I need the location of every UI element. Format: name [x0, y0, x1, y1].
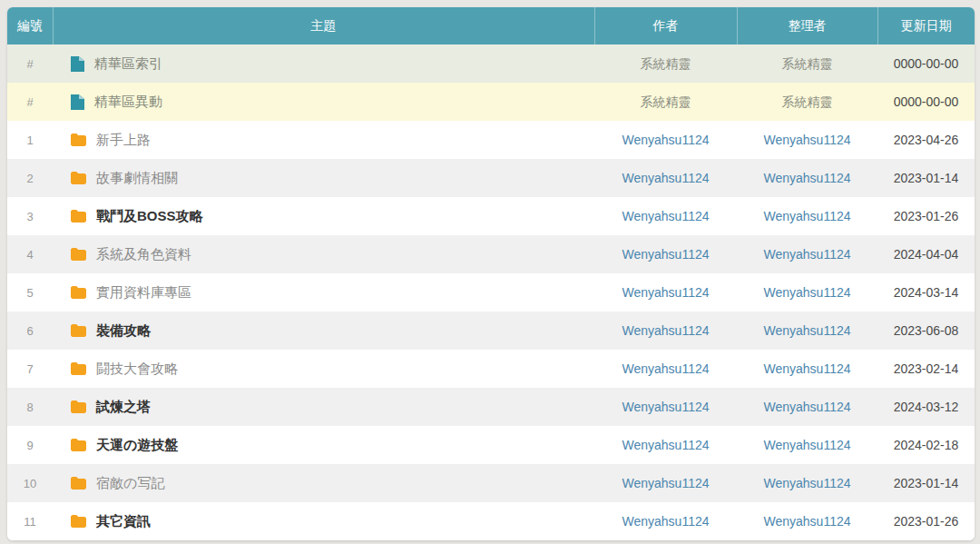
- editor-link[interactable]: Wenyahsu1124: [764, 400, 851, 414]
- row-number: #: [7, 45, 53, 83]
- row-number: 5: [7, 273, 53, 312]
- topic-link[interactable]: 宿敵の写記: [96, 475, 164, 492]
- column-header-author: 作者: [594, 7, 737, 45]
- table-row: 8 試煉之塔 Wenyahsu1124 Wenyahsu1124 2024-03…: [7, 388, 975, 426]
- folder-icon: [71, 477, 86, 490]
- table-row: 9 天運の遊技盤 Wenyahsu1124 Wenyahsu1124 2024-…: [7, 426, 975, 464]
- column-header-date: 更新日期: [877, 7, 975, 45]
- author-link[interactable]: Wenyahsu1124: [622, 171, 710, 185]
- author-link[interactable]: Wenyahsu1124: [622, 438, 710, 452]
- folder-icon: [71, 172, 86, 184]
- folder-icon: [71, 515, 86, 528]
- folder-icon: [71, 401, 86, 413]
- column-header-editor: 整理者: [737, 7, 877, 45]
- update-date: 2023-01-14: [877, 159, 975, 197]
- editor-link[interactable]: Wenyahsu1124: [764, 171, 851, 185]
- folder-icon: [71, 210, 86, 223]
- update-date: 0000-00-00: [877, 45, 975, 83]
- row-number: 3: [7, 197, 53, 235]
- topic-link[interactable]: 其它資訊: [96, 513, 151, 530]
- editor-name: 系統精靈: [782, 56, 833, 71]
- update-date: 2023-06-08: [877, 312, 975, 350]
- document-icon: [71, 56, 84, 72]
- topic-link[interactable]: 精華區索引: [94, 55, 162, 73]
- editor-link[interactable]: Wenyahsu1124: [764, 285, 851, 300]
- topics-table-card: 編號主題作者整理者更新日期 # 精華區索引 系統精靈 系統精靈 0000-00-…: [7, 7, 975, 540]
- folder-icon: [71, 324, 86, 337]
- table-row: 4 系統及角色資料 Wenyahsu1124 Wenyahsu1124 2024…: [7, 235, 975, 273]
- topics-table: 編號主題作者整理者更新日期 # 精華區索引 系統精靈 系統精靈 0000-00-…: [7, 7, 975, 540]
- row-number: 4: [7, 235, 53, 273]
- editor-name: 系統精靈: [782, 94, 833, 109]
- row-number: 6: [7, 312, 53, 350]
- author-name: 系統精靈: [641, 56, 691, 71]
- author-link[interactable]: Wenyahsu1124: [622, 247, 710, 262]
- special-table-row: # 精華區索引 系統精靈 系統精靈 0000-00-00: [7, 45, 975, 83]
- topic-link[interactable]: 闘技大會攻略: [96, 361, 178, 378]
- update-date: 2024-03-14: [877, 273, 975, 312]
- topic-link[interactable]: 戰鬥及BOSS攻略: [96, 208, 203, 225]
- special-table-row: # 精華區異動 系統精靈 系統精靈 0000-00-00: [7, 83, 975, 121]
- table-row: 2 故事劇情相關 Wenyahsu1124 Wenyahsu1124 2023-…: [7, 159, 975, 197]
- row-number: 8: [7, 388, 53, 426]
- editor-link[interactable]: Wenyahsu1124: [764, 514, 851, 529]
- table-row: 7 闘技大會攻略 Wenyahsu1124 Wenyahsu1124 2023-…: [7, 350, 975, 388]
- topic-link[interactable]: 裝備攻略: [96, 322, 151, 340]
- folder-icon: [71, 134, 86, 146]
- row-number: 9: [7, 426, 53, 464]
- table-row: 3 戰鬥及BOSS攻略 Wenyahsu1124 Wenyahsu1124 20…: [7, 197, 975, 235]
- row-number: 11: [7, 502, 53, 540]
- update-date: 2023-01-26: [877, 502, 975, 540]
- row-number: 2: [7, 159, 53, 197]
- table-row: 5 實用資料庫專區 Wenyahsu1124 Wenyahsu1124 2024…: [7, 273, 975, 312]
- editor-link[interactable]: Wenyahsu1124: [764, 361, 851, 376]
- table-row: 6 裝備攻略 Wenyahsu1124 Wenyahsu1124 2023-06…: [7, 312, 975, 350]
- table-row: 11 其它資訊 Wenyahsu1124 Wenyahsu1124 2023-0…: [7, 502, 975, 540]
- topic-link[interactable]: 實用資料庫專區: [96, 284, 191, 302]
- topic-link[interactable]: 天運の遊技盤: [96, 437, 178, 454]
- author-link[interactable]: Wenyahsu1124: [622, 133, 710, 147]
- row-number: #: [7, 83, 53, 121]
- topic-link[interactable]: 故事劇情相關: [96, 170, 178, 187]
- folder-icon: [71, 248, 86, 261]
- editor-link[interactable]: Wenyahsu1124: [764, 476, 851, 490]
- folder-icon: [71, 286, 86, 299]
- editor-link[interactable]: Wenyahsu1124: [764, 323, 851, 338]
- author-link[interactable]: Wenyahsu1124: [622, 514, 710, 529]
- author-link[interactable]: Wenyahsu1124: [622, 285, 710, 300]
- author-link[interactable]: Wenyahsu1124: [622, 361, 710, 376]
- page-background: 編號主題作者整理者更新日期 # 精華區索引 系統精靈 系統精靈 0000-00-…: [0, 0, 980, 544]
- row-number: 10: [7, 464, 53, 502]
- update-date: 2023-04-26: [877, 121, 975, 159]
- editor-link[interactable]: Wenyahsu1124: [764, 133, 851, 147]
- row-number: 1: [7, 121, 53, 159]
- table-row: 1 新手上路 Wenyahsu1124 Wenyahsu1124 2023-04…: [7, 121, 975, 159]
- topic-link[interactable]: 新手上路: [96, 132, 151, 149]
- author-link[interactable]: Wenyahsu1124: [622, 476, 710, 490]
- table-header-row: 編號主題作者整理者更新日期: [7, 7, 975, 45]
- editor-link[interactable]: Wenyahsu1124: [764, 247, 851, 262]
- update-date: 2023-01-26: [877, 197, 975, 235]
- document-icon: [71, 94, 84, 110]
- author-link[interactable]: Wenyahsu1124: [622, 323, 710, 338]
- update-date: 0000-00-00: [877, 83, 975, 121]
- update-date: 2023-02-14: [877, 350, 975, 388]
- table-row: 10 宿敵の写記 Wenyahsu1124 Wenyahsu1124 2023-…: [7, 464, 975, 502]
- update-date: 2024-04-04: [877, 235, 975, 273]
- editor-link[interactable]: Wenyahsu1124: [764, 209, 851, 223]
- author-name: 系統精靈: [641, 94, 691, 109]
- topic-link[interactable]: 試煉之塔: [96, 399, 151, 416]
- column-header-number: 編號: [7, 7, 53, 45]
- author-link[interactable]: Wenyahsu1124: [622, 400, 710, 414]
- topic-link[interactable]: 精華區異動: [94, 94, 162, 111]
- column-header-topic: 主題: [53, 7, 594, 45]
- folder-icon: [71, 439, 86, 451]
- update-date: 2023-01-14: [877, 464, 975, 502]
- update-date: 2024-03-12: [877, 388, 975, 426]
- folder-icon: [71, 362, 86, 375]
- editor-link[interactable]: Wenyahsu1124: [764, 438, 851, 452]
- topic-link[interactable]: 系統及角色資料: [96, 246, 191, 263]
- table-body: # 精華區索引 系統精靈 系統精靈 0000-00-00 #: [7, 45, 975, 540]
- author-link[interactable]: Wenyahsu1124: [622, 209, 710, 223]
- update-date: 2024-02-18: [877, 426, 975, 464]
